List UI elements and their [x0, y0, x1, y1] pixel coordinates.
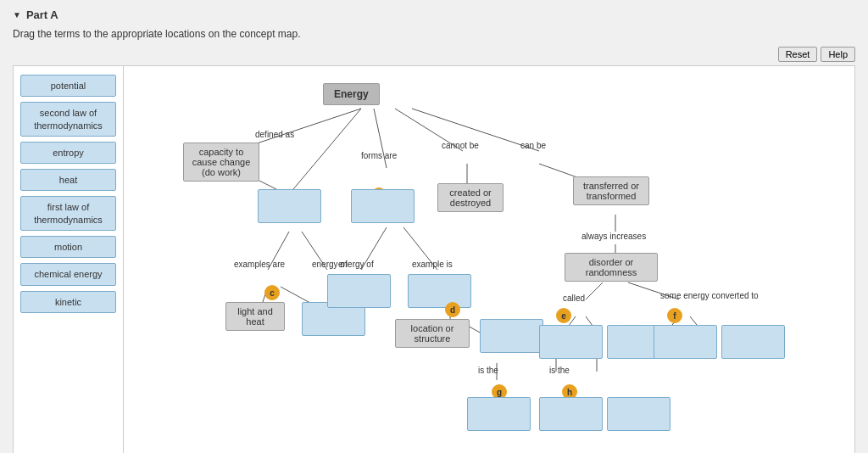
- term-entropy[interactable]: entropy: [20, 142, 116, 164]
- is-the2-label: is the: [549, 366, 570, 375]
- term-potential[interactable]: potential: [20, 75, 116, 97]
- location-structure-node: location or structure: [395, 319, 470, 348]
- term-heat[interactable]: heat: [20, 169, 116, 191]
- term-first-law[interactable]: first law of thermodynamics: [20, 196, 116, 231]
- drop-zone-b-right[interactable]: [408, 274, 471, 310]
- some-energy-label: some energy converted to: [660, 291, 759, 300]
- drop-zone-h-left[interactable]: [539, 397, 603, 433]
- chevron-icon: ▼: [13, 10, 21, 20]
- term-chemical-energy[interactable]: chemical energy: [20, 263, 116, 285]
- drop-zone-f-right[interactable]: [721, 325, 785, 361]
- examples-are-label: examples are: [234, 260, 285, 269]
- transferred-label: transferred or transformed: [573, 176, 649, 205]
- term-motion[interactable]: motion: [20, 236, 116, 258]
- drop-zone-f-left[interactable]: [654, 325, 717, 361]
- svg-line-19: [586, 282, 603, 299]
- always-increases-label: always increases: [581, 232, 646, 241]
- instructions: Drag the terms to the appropriate locati…: [13, 28, 855, 40]
- location-structure-label: location or structure: [395, 319, 470, 348]
- defined-as-label: defined as: [255, 130, 294, 139]
- circle-e: e: [556, 308, 571, 323]
- svg-line-1: [293, 109, 361, 189]
- energy-label: Energy: [323, 83, 380, 105]
- called-label: called: [563, 294, 585, 303]
- can-be-label: can be: [520, 141, 546, 150]
- help-button[interactable]: Help: [821, 47, 855, 62]
- capacity-label: capacity to cause change (do work): [183, 143, 259, 182]
- energy-of2-label: energy of: [338, 260, 374, 269]
- circle-d: d: [445, 302, 460, 317]
- created-destroyed-label: created or destroyed: [437, 183, 504, 212]
- circle-c: c: [264, 285, 280, 300]
- cannot-be-label: cannot be: [442, 141, 479, 150]
- disorder-node: disorder or randomness: [565, 253, 658, 282]
- reset-button[interactable]: Reset: [778, 47, 818, 62]
- part-header: ▼ Part A: [13, 8, 855, 21]
- drop-zone-h-bottom[interactable]: [607, 397, 670, 433]
- transferred-node: transferred or transformed: [573, 176, 649, 205]
- page: ▼ Part A Drag the terms to the appropria…: [0, 0, 868, 453]
- created-destroyed-node: created or destroyed: [437, 183, 504, 212]
- toolbar: Reset Help: [13, 47, 855, 62]
- term-second-law[interactable]: second law of thermodynamics: [20, 102, 116, 137]
- drop-zone-b-left[interactable]: [327, 274, 391, 310]
- light-heat-node: light and heat: [225, 302, 285, 331]
- term-kinetic[interactable]: kinetic: [20, 291, 116, 313]
- light-heat-label: light and heat: [225, 302, 285, 331]
- drop-zone-b[interactable]: [351, 189, 415, 225]
- terms-panel: potential second law of thermodynamics e…: [14, 66, 124, 453]
- circle-f: f: [667, 308, 682, 323]
- drop-zone-a[interactable]: [258, 189, 321, 225]
- drop-zone-e-left[interactable]: [539, 325, 603, 361]
- capacity-node: capacity to cause change (do work): [183, 143, 259, 182]
- energy-node: Energy: [323, 83, 380, 105]
- map-area: Energy defined as forms are cannot be ca…: [124, 66, 854, 453]
- drop-zone-g[interactable]: [467, 397, 531, 433]
- main-panel: potential second law of thermodynamics e…: [13, 65, 855, 453]
- example-is-label: example is: [412, 260, 453, 269]
- disorder-label: disorder or randomness: [565, 253, 658, 282]
- is-the-label: is the: [478, 366, 498, 375]
- drop-zone-d[interactable]: [480, 319, 543, 355]
- part-label: Part A: [26, 8, 58, 21]
- forms-are-label: forms are: [361, 151, 397, 160]
